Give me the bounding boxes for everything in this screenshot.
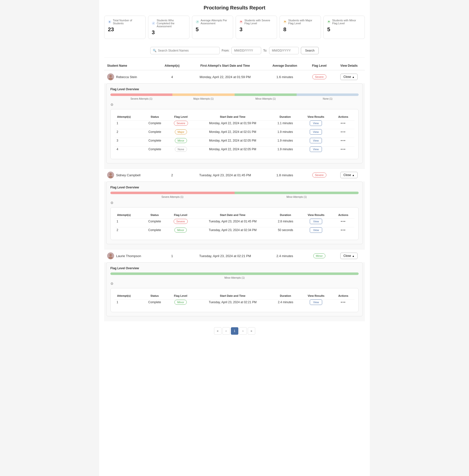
att-dt-sidney-campbell-2: Tuesday, April 23, 2024 at 02:34 PM [194, 227, 271, 236]
first-page-button[interactable]: « [214, 327, 221, 335]
att-view-rebecca-stein-1[interactable]: View [300, 120, 332, 129]
filter-icon-sidney-campbell: ⚙ [110, 201, 359, 205]
last-page-button[interactable]: » [248, 327, 255, 335]
flag-bar-labels-sidney-campbell: Severe Attempts (1)Minor Attempts (1) [110, 196, 359, 198]
from-date-input[interactable] [231, 47, 261, 54]
search-input[interactable] [150, 47, 220, 54]
actions-button-sidney-campbell-1[interactable]: ••• [341, 219, 346, 223]
att-status-rebecca-stein-2: Complete [142, 129, 167, 138]
card-icon-avg-attempts: ↗ [196, 20, 199, 24]
actions-button-laurie-thompson-1[interactable]: ••• [341, 300, 346, 304]
bar-label-minor-sidney-campbell: Minor Attempts (1) [235, 196, 359, 198]
attempts-count-laurie-thompson: 1 [158, 249, 186, 263]
bar-segment-minor-rebecca-stein [235, 93, 297, 96]
actions-button-rebecca-stein-3[interactable]: ••• [341, 139, 346, 143]
att-col-actions-rebecca-stein: Actions [332, 113, 354, 120]
attempt-header-row-laurie-thompson: Attempt(s) Status Flag Level Start Date … [115, 292, 354, 299]
page-title: Proctoring Results Report [104, 5, 365, 11]
att-col-view-sidney-campbell: View Results [300, 211, 332, 219]
att-view-laurie-thompson-1[interactable]: View [300, 299, 332, 308]
view-details-cell-rebecca-stein[interactable]: Close ▲ [333, 70, 365, 83]
svg-point-4 [109, 254, 112, 256]
view-button-rebecca-stein-4[interactable]: View [310, 147, 322, 152]
att-view-sidney-campbell-2[interactable]: View [300, 227, 332, 236]
summary-card-severe-flags: ⚑ Students with Severe Flag Level 3 [236, 16, 277, 39]
att-view-rebecca-stein-2[interactable]: View [300, 129, 332, 138]
att-actions-laurie-thompson-1[interactable]: ••• [332, 299, 354, 308]
attempt-row-sidney-campbell-1: 1 Complete Severe Tuesday, April 23, 202… [115, 219, 354, 227]
pagination: « ‹ 1 › » [104, 327, 365, 335]
view-button-sidney-campbell-1[interactable]: View [310, 219, 322, 224]
next-page-button[interactable]: › [239, 327, 247, 335]
card-label-minor-flags: Students with Minor Flag Level [332, 19, 361, 25]
att-col-dt-laurie-thompson: Start Date and Time [194, 292, 271, 299]
attempt-row-rebecca-stein-1: 1 Complete Severe Monday, April 22, 2024… [115, 120, 354, 129]
att-actions-rebecca-stein-1[interactable]: ••• [332, 120, 354, 129]
view-button-sidney-campbell-2[interactable]: View [310, 227, 322, 233]
col-first-attempt: First Attempt's Start Date and Time [186, 61, 264, 70]
col-avg-duration: Average Duration [264, 61, 306, 70]
att-flag-badge-rebecca-stein-2: Major [175, 129, 187, 134]
first-attempt-dt-laurie-thompson: Tuesday, April 23, 2024 at 02:21 PM [186, 249, 264, 263]
att-actions-rebecca-stein-4[interactable]: ••• [332, 147, 354, 155]
first-attempt-dt-sidney-campbell: Tuesday, April 23, 2024 at 01:45 PM [186, 169, 264, 182]
student-name-cell-laurie-thompson: Laurie Thompson [104, 249, 158, 263]
att-duration-sidney-campbell-1: 2.8 minutes [271, 219, 300, 227]
view-button-laurie-thompson-1[interactable]: View [310, 299, 322, 305]
att-col-num-rebecca-stein: Attempt(s) [115, 113, 142, 120]
bar-label-severe-sidney-campbell: Severe Attempts (1) [110, 196, 235, 198]
from-label: From: [222, 49, 229, 52]
card-value-completed: 3 [152, 29, 186, 36]
avg-duration-laurie-thompson: 2.4 minutes [264, 249, 306, 263]
to-date-input[interactable] [269, 47, 299, 54]
card-value-severe-flags: 3 [239, 26, 273, 33]
page-1-button[interactable]: 1 [231, 327, 238, 335]
detail-cell-laurie-thompson: Flag Level Overview Minor Attempts (1) ⚙… [104, 262, 365, 321]
col-flag-level: Flag Level [306, 61, 333, 70]
view-button-rebecca-stein-1[interactable]: View [310, 120, 322, 126]
att-dt-sidney-campbell-1: Tuesday, April 23, 2024 at 01:45 PM [194, 219, 271, 227]
view-details-cell-laurie-thompson[interactable]: Close ▲ [333, 249, 365, 263]
close-button-rebecca-stein[interactable]: Close ▲ [340, 74, 358, 80]
flag-overview-label-sidney-campbell: Flag Level Overview [110, 186, 359, 189]
actions-button-rebecca-stein-2[interactable]: ••• [341, 130, 346, 134]
prev-page-button[interactable]: ‹ [222, 327, 230, 335]
view-details-cell-sidney-campbell[interactable]: Close ▲ [333, 169, 365, 182]
search-button[interactable]: Search [301, 47, 319, 54]
card-icon-severe-flags: ⚑ [239, 20, 243, 24]
att-view-rebecca-stein-3[interactable]: View [300, 138, 332, 147]
att-view-rebecca-stein-4[interactable]: View [300, 147, 332, 155]
svg-point-0 [109, 75, 112, 77]
att-actions-sidney-campbell-2[interactable]: ••• [332, 227, 354, 236]
att-actions-rebecca-stein-2[interactable]: ••• [332, 129, 354, 138]
col-view-details: View Details [333, 61, 365, 70]
attempt-table-rebecca-stein: Attempt(s) Status Flag Level Start Date … [115, 113, 354, 155]
att-actions-rebecca-stein-3[interactable]: ••• [332, 138, 354, 147]
card-icon-minor-flags: ⚑ [327, 20, 331, 24]
actions-button-sidney-campbell-2[interactable]: ••• [341, 228, 346, 232]
close-button-sidney-campbell[interactable]: Close ▲ [340, 172, 358, 178]
actions-button-rebecca-stein-4[interactable]: ••• [341, 147, 346, 151]
att-status-sidney-campbell-2: Complete [142, 227, 167, 236]
flag-bar-labels-laurie-thompson: Minor Attempts (1) [110, 276, 359, 279]
att-num-laurie-thompson-1: 1 [115, 299, 142, 308]
attempt-panel-rebecca-stein: Attempt(s) Status Flag Level Start Date … [110, 109, 359, 159]
view-button-rebecca-stein-3[interactable]: View [310, 138, 322, 143]
att-actions-sidney-campbell-1[interactable]: ••• [332, 219, 354, 227]
close-button-laurie-thompson[interactable]: Close ▲ [340, 253, 358, 259]
att-num-sidney-campbell-2: 2 [115, 227, 142, 236]
att-flag-badge-rebecca-stein-4: None [175, 147, 187, 152]
att-flag-rebecca-stein-2: Major [167, 129, 194, 138]
actions-button-rebecca-stein-1[interactable]: ••• [341, 121, 346, 125]
att-view-sidney-campbell-1[interactable]: View [300, 219, 332, 227]
svg-point-1 [109, 78, 113, 80]
bar-label-major-rebecca-stein: Major Attempts (1) [172, 97, 234, 100]
card-icon-completed: ✓ [152, 22, 155, 25]
att-col-duration-laurie-thompson: Duration [271, 292, 300, 299]
att-flag-rebecca-stein-3: Minor [167, 138, 194, 147]
att-flag-badge-rebecca-stein-1: Severe [174, 121, 188, 126]
flag-bar-laurie-thompson [110, 272, 359, 275]
view-button-rebecca-stein-2[interactable]: View [310, 129, 322, 135]
filter-icon-laurie-thompson: ⚙ [110, 282, 359, 286]
svg-point-3 [109, 176, 113, 178]
